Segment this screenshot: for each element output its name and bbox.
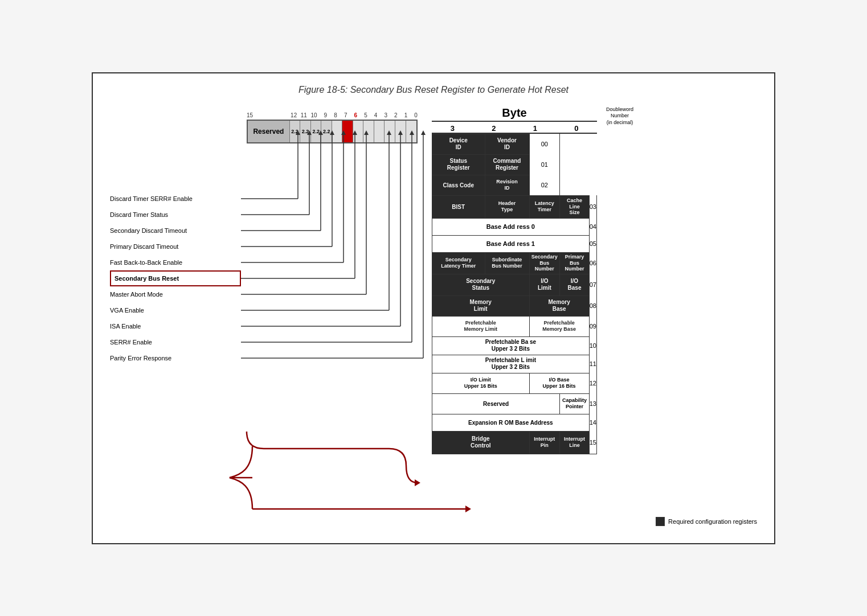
bit-22-2: 2.2 xyxy=(300,121,311,142)
figure-title: Figure 18-5: Secondary Bus Reset Registe… xyxy=(110,85,757,95)
row-num-06: 06 xyxy=(589,252,596,274)
register-row-00: DeviceID VendorID 00 xyxy=(432,134,597,154)
bit-0 xyxy=(406,121,416,142)
row-num-05: 05 xyxy=(589,235,596,252)
legend-box xyxy=(656,517,665,526)
bit-22-1: 2.2 xyxy=(290,121,301,142)
byte-col-1: 1 xyxy=(514,124,556,134)
cell-header-type: HeaderType xyxy=(485,195,529,218)
label-secondary-discard: Secondary Discard Timeout xyxy=(110,223,241,239)
svg-marker-33 xyxy=(415,479,420,486)
register-row-14: Expansion R OM Base Address 14 xyxy=(432,414,597,431)
label-master-abort: Master Abort Mode xyxy=(110,286,241,302)
row-num-01: 01 xyxy=(529,154,560,175)
register-row-01: StatusRegister CommandRegister 01 xyxy=(432,154,597,175)
cell-base-address-1: Base Add ress 1 xyxy=(432,235,590,252)
cell-secondary-bus-num: SecondaryBus Number xyxy=(529,252,560,274)
row-num-12: 12 xyxy=(589,373,596,393)
cell-interrupt-pin: InterruptPin xyxy=(529,431,560,454)
row-num-13: 13 xyxy=(589,393,596,414)
register-row-07: SecondaryStatus I/OLimit I/OBase 07 xyxy=(432,274,597,295)
register-table: DeviceID VendorID 00 StatusRegister Comm… xyxy=(432,134,597,454)
byte-header-area: Byte DoublewordNumber(in decimal) xyxy=(432,106,597,122)
bit-7 xyxy=(332,121,343,142)
row-num-03: 03 xyxy=(589,195,596,218)
bit-6-red xyxy=(342,121,353,142)
row-num-14: 14 xyxy=(589,414,596,431)
cell-memory-base: MemoryBase xyxy=(529,295,589,316)
label-primary-discard: Primary Discard Timeout xyxy=(110,239,241,254)
bit-register: Reserved 2.2 2.2 2.2 2.2 xyxy=(247,120,418,143)
row-num-15: 15 xyxy=(589,431,596,454)
bit-reserved: Reserved xyxy=(248,121,290,142)
row-num-00: 00 xyxy=(529,134,560,154)
register-row-06: SecondaryLatency Timer SubordinateBus Nu… xyxy=(432,252,597,274)
cell-io-base-upper: I/O BaseUpper 16 Bits xyxy=(529,373,589,393)
cell-bist: BIST xyxy=(432,195,485,218)
cell-expansion-rom: Expansion R OM Base Address xyxy=(432,414,590,431)
bit-numbers: 15 12 11 10 9 8 7 6 5 4 3 2 1 0 xyxy=(247,112,418,118)
label-vga: VGA Enable xyxy=(110,302,241,318)
cell-base-address-0: Base Add ress 0 xyxy=(432,218,590,235)
cell-secondary-status: SecondaryStatus xyxy=(432,274,530,295)
legend: Required configuration registers xyxy=(110,517,757,526)
figure-container: Figure 18-5: Secondary Bus Reset Registe… xyxy=(92,72,775,544)
cell-revision-id: RevisionID xyxy=(485,175,529,195)
bit-1 xyxy=(395,121,406,142)
cell-latency-timer: LatencyTimer xyxy=(529,195,560,218)
byte-label: Byte xyxy=(432,106,597,122)
label-isa: ISA Enable xyxy=(110,318,241,334)
label-fast-back: Fast Back-to-Back Enable xyxy=(110,254,241,270)
row-num-11: 11 xyxy=(589,355,596,373)
cell-io-limit-upper: I/O LimitUpper 16 Bits xyxy=(432,373,530,393)
cell-bridge-control: BridgeControl xyxy=(432,431,530,454)
legend-text: Required configuration registers xyxy=(668,518,757,525)
cell-prefetchable-limit-upper: Prefetchable L imitUpper 3 2 Bits xyxy=(432,355,590,373)
register-row-02: Class Code RevisionID 02 xyxy=(432,175,597,195)
cell-secondary-latency: SecondaryLatency Timer xyxy=(432,252,485,274)
bit-5 xyxy=(353,121,364,142)
bit-2 xyxy=(385,121,395,142)
right-register-section: Byte DoublewordNumber(in decimal) 3 2 1 … xyxy=(423,106,597,454)
register-row-04: Base Add ress 0 04 xyxy=(432,218,597,235)
bit-4 xyxy=(363,121,374,142)
cell-device-id: DeviceID xyxy=(432,134,485,154)
cell-cache-line: CacheLineSize xyxy=(560,195,590,218)
row-num-08: 08 xyxy=(589,295,596,316)
cell-capability-pointer: CapabilityPointer xyxy=(560,393,590,414)
label-discard-serr: Discard Timer SERR# Enable xyxy=(110,191,241,207)
register-row-11: Prefetchable L imitUpper 3 2 Bits 11 xyxy=(432,355,597,373)
byte-col-2: 2 xyxy=(473,124,515,134)
label-secondary-bus-reset: Secondary Bus Reset xyxy=(110,270,241,286)
cell-vendor-id: VendorID xyxy=(485,134,529,154)
bit-diagram-area: 15 12 11 10 9 8 7 6 5 4 3 2 1 0 Reserved xyxy=(241,106,423,454)
register-row-08: MemoryLimit MemoryBase 08 xyxy=(432,295,597,316)
register-row-10: Prefetchable Ba seUpper 3 2 Bits 10 xyxy=(432,336,597,355)
cell-status-register: StatusRegister xyxy=(432,154,485,175)
cell-prefetchable-limit: PrefetchableMemory Limit xyxy=(432,316,530,336)
register-row-09: PrefetchableMemory Limit PrefetchableMem… xyxy=(432,316,597,336)
register-row-13: Reserved CapabilityPointer 13 xyxy=(432,393,597,414)
register-row-03: BIST HeaderType LatencyTimer CacheLineSi… xyxy=(432,195,597,218)
row-num-07: 07 xyxy=(589,274,596,295)
cell-primary-bus-num: PrimaryBus Number xyxy=(560,252,590,274)
red-arrow-svg xyxy=(241,432,435,506)
row-num-04: 04 xyxy=(589,218,596,235)
register-row-12: I/O LimitUpper 16 Bits I/O BaseUpper 16 … xyxy=(432,373,597,393)
byte-col-0: 0 xyxy=(556,124,598,134)
cell-interrupt-line: InterruptLine xyxy=(560,431,590,454)
left-labels: Discard Timer SERR# Enable Discard Timer… xyxy=(110,106,241,454)
row-num-10: 10 xyxy=(589,336,596,355)
label-serr: SERR# Enable xyxy=(110,334,241,350)
cell-io-limit: I/OLimit xyxy=(529,274,560,295)
cell-class-code: Class Code xyxy=(432,175,485,195)
register-row-15: BridgeControl InterruptPin InterruptLine… xyxy=(432,431,597,454)
cell-memory-limit: MemoryLimit xyxy=(432,295,530,316)
cell-io-base: I/OBase xyxy=(560,274,590,295)
bit-3 xyxy=(374,121,385,142)
row-num-09: 09 xyxy=(589,316,596,336)
doubleword-label: DoublewordNumber(in decimal) xyxy=(600,106,640,126)
byte-col-3: 3 xyxy=(432,124,473,134)
cell-command-register: CommandRegister xyxy=(485,154,529,175)
label-discard-status: Discard Timer Status xyxy=(110,207,241,223)
